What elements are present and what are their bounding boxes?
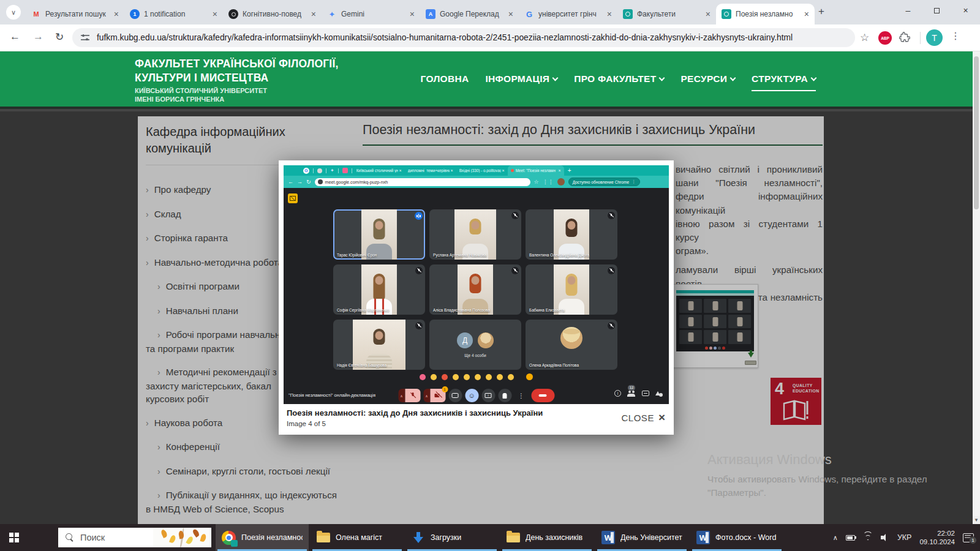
browser-tab[interactable]: Когнітивно-повед × — [223, 4, 322, 24]
tab-close-icon[interactable]: × — [607, 10, 612, 18]
close-button[interactable]: × — [951, 0, 980, 21]
reload-icon[interactable]: ↻ — [55, 31, 64, 43]
browser-tab[interactable]: G університет грінч × — [519, 4, 617, 24]
taskbar-app-folder[interactable]: День захисників — [500, 524, 594, 551]
speaking-indicator-icon — [415, 212, 423, 220]
new-tab-button[interactable]: + — [818, 6, 824, 18]
gmail-icon: M — [31, 9, 41, 19]
browser-tab[interactable]: ✦ Gemini × — [322, 4, 420, 24]
present-button: ↑ — [481, 389, 495, 402]
activation-title: Активация Windows — [707, 452, 927, 468]
forward-icon[interactable]: → — [33, 31, 43, 43]
taskbar-app-chrome[interactable]: Поезія незламнос... — [216, 524, 309, 551]
browser-tab[interactable]: Факультети × — [617, 4, 716, 24]
taskbar-app-word[interactable]: W День Університету... — [595, 524, 688, 551]
more-options-button: ⋮ — [514, 389, 528, 402]
browser-tab[interactable]: A Google Переклад × — [420, 4, 519, 24]
site-logo[interactable]: ФАКУЛЬТЕТ УКРАЇНСЬКОЇ ФІЛОЛОГІЇ, КУЛЬТУР… — [135, 57, 339, 103]
nav-label: РЕСУРСИ — [680, 73, 727, 84]
search-placeholder: Поиск — [80, 533, 153, 542]
clock[interactable]: 22:02 09.10.2024 — [919, 529, 955, 546]
lightbox-close-button[interactable]: CLOSE × — [622, 411, 665, 424]
mic-off-icon — [608, 212, 615, 219]
meet-browser-tab-strip: G ✦ Київський столичний універ× дипломні… — [284, 165, 669, 176]
browser-tab[interactable]: M Результати пошук × — [26, 4, 124, 24]
nav-item-pro-fakultet[interactable]: ПРО ФАКУЛЬТЕТ — [574, 73, 664, 84]
nav-item-resursy[interactable]: РЕСУРСИ — [680, 73, 735, 84]
emoji-laughing-icon — [464, 374, 470, 380]
forward-icon: → — [297, 179, 303, 185]
taskbar-app-folder[interactable]: Олена магіст — [311, 524, 404, 551]
reactions-button: ☺ — [465, 389, 478, 402]
site-icon — [228, 9, 238, 19]
captions-button — [448, 389, 462, 402]
chevron-down-icon — [552, 75, 559, 81]
emoji-party-icon — [442, 374, 448, 380]
site-settings-icon[interactable] — [81, 34, 89, 41]
tab-close-icon[interactable]: × — [706, 10, 710, 18]
language-indicator[interactable]: УКР — [897, 533, 912, 542]
taskbar-app-label: Поезія незламнос... — [241, 533, 303, 542]
tab-close-icon[interactable]: × — [410, 10, 415, 18]
start-button[interactable] — [0, 524, 28, 551]
tab-close-icon[interactable]: × — [508, 10, 513, 18]
browser-tab-active[interactable]: Поезія незламно × — [716, 4, 815, 24]
chevron-up-icon: ∧ — [398, 389, 405, 402]
present-icon: ↑ — [485, 393, 492, 398]
activation-line1: Чтобы активировать Windows, перейдите в … — [707, 473, 927, 486]
meet-url-text: meet.google.com/mkq-puzp-nxh — [325, 179, 388, 185]
tray-expand-icon[interactable]: ∧ — [833, 534, 838, 542]
emoji-thumbs-up-icon — [431, 374, 437, 380]
profile-avatar[interactable]: T — [926, 29, 943, 46]
tab-close-icon[interactable]: × — [213, 10, 217, 18]
browser-tab[interactable]: 1 1 notification × — [124, 4, 223, 24]
tab-close-icon[interactable]: × — [804, 10, 809, 18]
taskbar-app-word[interactable]: W Фото.docx - Word ... — [690, 524, 783, 551]
tab-title: Факультети — [637, 10, 702, 18]
bookmark-star-icon[interactable]: ☆ — [860, 31, 869, 44]
tab-close-icon[interactable]: × — [311, 10, 316, 18]
nav-item-informatsiia[interactable]: ІНФОРМАЦІЯ — [485, 73, 557, 84]
lightbox: G ✦ Київський столичний універ× дипломні… — [279, 160, 674, 435]
lightbox-caption: Поезія незламності: захід до Дня захисни… — [287, 408, 543, 418]
back-icon[interactable]: ← — [10, 31, 20, 43]
bookmark-star-icon: ☆ — [534, 179, 539, 185]
camera-badge: 1 — [442, 386, 448, 392]
nav-item-holovna[interactable]: ГОЛОВНА — [421, 73, 469, 84]
search-box-image — [153, 528, 211, 547]
notification-count-badge: 1 — [969, 536, 977, 544]
wifi-icon[interactable] — [863, 534, 873, 541]
participant-tile: Бабкина Елизавета — [526, 264, 617, 315]
hand-icon — [503, 393, 507, 399]
adblock-extension-icon[interactable]: ABP — [878, 31, 892, 45]
nav-item-struktura[interactable]: СТРУКТУРА — [752, 73, 816, 84]
browser-menu-icon[interactable]: ⋮ — [951, 30, 960, 42]
people-count-badge: 12 — [628, 385, 635, 391]
mic-off-icon — [405, 389, 420, 402]
scroll-down-icon[interactable]: ▼ — [973, 516, 980, 524]
site-icon — [318, 179, 323, 184]
notification-center-icon[interactable]: 1 — [963, 533, 974, 542]
volume-icon[interactable] — [881, 534, 889, 541]
tab-title: 1 notification — [144, 10, 209, 18]
translate-icon: A — [426, 9, 435, 19]
word-icon: W — [696, 531, 710, 544]
word-icon: W — [601, 531, 615, 544]
address-bar[interactable]: fufkm.kubg.edu.ua/struktura/kafedry/kafe… — [72, 28, 855, 47]
university-icon — [623, 9, 633, 19]
emoji-playful-icon — [497, 374, 503, 380]
tab-close-icon[interactable]: × — [114, 10, 119, 18]
minimize-button[interactable]: – — [894, 0, 922, 21]
scrollbar-thumb[interactable] — [974, 56, 979, 209]
search-icon — [66, 533, 74, 542]
participant-name: Аліса Владиславівна Полозова — [433, 308, 490, 312]
battery-icon[interactable] — [846, 535, 855, 541]
chrome-update-button: Доступно обновление Chrome⋮ — [568, 178, 640, 186]
maximize-button[interactable] — [922, 0, 951, 21]
tab-search-button[interactable]: ∨ — [6, 5, 21, 20]
taskbar-search-box[interactable]: Поиск — [58, 528, 211, 547]
page-scrollbar[interactable]: ▼ — [973, 51, 980, 524]
taskbar-app-label: Загрузки — [431, 533, 461, 542]
taskbar-app-downloads[interactable]: Загрузки — [405, 524, 499, 551]
extensions-icon[interactable] — [899, 32, 910, 45]
